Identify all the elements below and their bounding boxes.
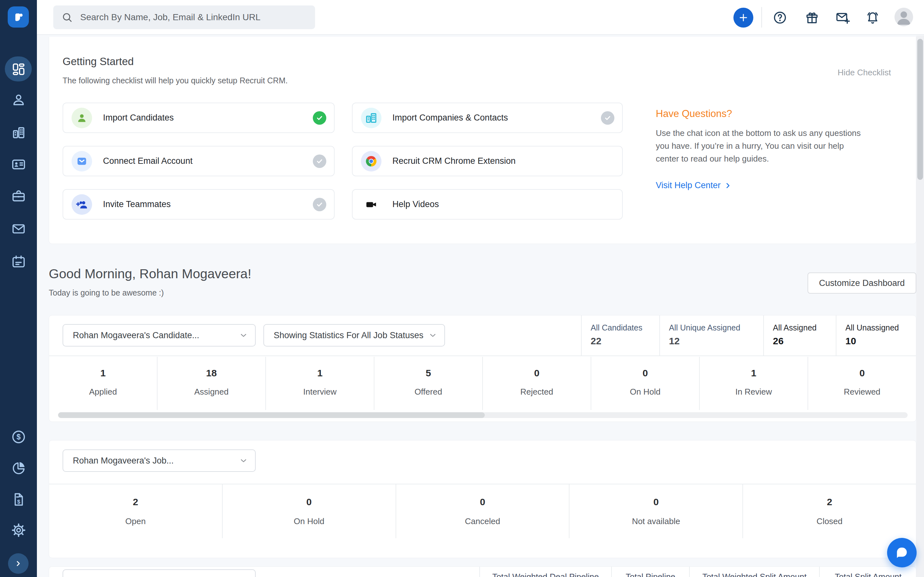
getting-started-card: Getting Started The following checklist … [49,37,916,244]
jobs-briefcase-icon [11,189,26,203]
chrome-extension-icon-badge [361,151,381,171]
status-label: Offered [375,387,482,397]
visit-help-center-link[interactable]: Visit Help Center [656,181,732,190]
chat-launcher-button[interactable] [887,538,917,567]
checklist-item-help-videos[interactable]: Help Videos [352,189,623,219]
search-input[interactable] [79,12,307,23]
status-value: 5 [375,367,482,379]
sidebar-item-dashboard[interactable] [0,62,37,77]
vertical-scrollbar-thumb[interactable] [917,39,923,180]
candidate-statistics-card: Rohan Mogaveera's Candidate... Showing S… [49,315,916,422]
summary-all-candidates[interactable]: All Candidates 22 [581,316,659,356]
status-label: Rejected [483,387,591,397]
job-owner-dropdown[interactable]: Rohan Mogaveera's Job... [63,450,256,472]
candidate-status-row: 1 Applied 18 Assigned 1 Interview 5 Offe… [49,357,916,410]
mail-plus-icon [836,11,850,25]
chat-bubble-icon [895,545,909,560]
topbar [37,0,924,35]
rewards-button[interactable] [805,11,819,25]
status-value: 0 [483,367,591,379]
summary-label: All Candidates [591,323,659,332]
sidebar-item-reports[interactable] [0,461,37,475]
deal-header-total-pipeline: Total Pipeline [611,567,689,577]
companies-buildings-icon [11,125,26,140]
horizontal-scrollbar-track [58,412,908,418]
main-content: Getting Started The following checklist … [37,35,916,577]
invoice-document-icon: $ [11,492,26,507]
job-status-filter-dropdown[interactable]: Showing Statistics For All Job Statuses [263,324,445,347]
chevron-down-icon [239,331,248,340]
topbar-divider [761,7,762,27]
job-cell-closed: 2 Closed [742,484,916,538]
check-pending-icon [601,111,614,125]
checklist-item-label: Invite Teammates [103,199,171,210]
global-search[interactable] [53,5,315,29]
checklist-item-import-candidates[interactable]: Import Candidates [63,103,334,133]
job-label: Open [49,516,222,526]
import-companies-icon-badge [361,108,381,128]
checklist-item-import-companies[interactable]: Import Companies & Contacts [352,103,623,133]
sidebar-item-deals[interactable]: $ [0,430,37,444]
horizontal-scrollbar-thumb[interactable] [58,412,485,418]
checklist-column-right: Import Companies & Contacts [352,103,623,219]
notifications-button[interactable] [866,11,880,25]
getting-started-subtitle: The following checklist will help you qu… [63,76,288,85]
status-cell-offered: 5 Offered [374,357,482,410]
deal-header-label: Total Weighted Split Amount [702,572,806,577]
deals-dollar-icon: $ [11,430,26,444]
sidebar-item-companies[interactable] [0,125,37,140]
hide-checklist-link[interactable]: Hide Checklist [838,68,891,77]
summary-value: 26 [773,335,836,347]
bell-icon [866,11,880,25]
status-cell-assigned: 18 Assigned [157,357,265,410]
status-label: Reviewed [808,387,916,397]
status-value: 18 [158,367,265,379]
add-new-button[interactable] [733,8,753,27]
greeting-subtitle: Today is going to be awesome :) [49,288,164,298]
checklist-item-chrome-extension[interactable]: Recruit CRM Chrome Extension [352,146,623,176]
compose-email-button[interactable] [836,11,850,25]
dropdown-value: Showing Statistics For All Job Statuses [274,330,423,340]
summary-value: 10 [845,335,916,347]
summary-all-unique-assigned[interactable]: All Unique Assigned 12 [659,316,763,356]
checklist-item-label: Import Candidates [103,113,174,123]
status-label: In Review [700,387,808,397]
sidebar-item-calendar[interactable] [0,254,37,269]
add-teammates-icon [75,198,88,211]
status-cell-reviewed: 0 Reviewed [808,357,916,410]
connect-email-icon-badge [71,151,92,171]
checklist-item-connect-email[interactable]: Connect Email Account [63,146,334,176]
job-statistics-card: Rohan Mogaveera's Job... 2 Open 0 On Hol… [49,440,916,558]
candidate-owner-dropdown[interactable]: Rohan Mogaveera's Candidate... [63,324,256,347]
profile-avatar[interactable] [895,8,913,26]
candidate-person-icon [11,93,26,107]
help-button[interactable] [773,11,787,25]
reports-pie-icon [11,461,26,475]
checklist-item-label: Recruit CRM Chrome Extension [393,156,515,166]
sidebar-item-jobs[interactable] [0,189,37,203]
deal-header-weighted-split: Total Weighted Split Amount [689,567,819,577]
job-cell-not-available: 0 Not available [569,484,742,538]
summary-value: 12 [669,335,763,347]
customize-dashboard-button[interactable]: Customize Dashboard [808,272,916,293]
status-cell-in-review: 1 In Review [699,357,808,410]
sidebar-item-contacts[interactable] [0,157,37,172]
vertical-scrollbar-track [916,35,924,577]
summary-all-unassigned[interactable]: All Unassigned 10 [836,316,916,356]
deal-header-total-split: Total Split Amount [819,567,916,577]
sidebar-item-candidates[interactable] [0,93,37,107]
sidebar-item-settings[interactable] [0,523,37,538]
sidebar-expand-button[interactable] [8,553,29,574]
checklist-item-invite-teammates[interactable]: Invite Teammates [63,189,334,219]
sidebar-item-email[interactable] [0,221,37,236]
status-value: 0 [591,367,699,379]
sidebar-item-invoices[interactable]: $ [0,492,37,507]
svg-text:$: $ [17,498,20,505]
checklist-column-left: Import Candidates Connect Email Account [63,103,334,219]
job-value: 2 [743,496,916,508]
job-value: 0 [569,496,742,508]
job-label: Canceled [396,516,569,526]
summary-all-assigned[interactable]: All Assigned 26 [763,316,836,356]
deal-owner-dropdown[interactable]: Rohan Mogaveera's Deal Statistics [63,569,256,577]
person-icon [75,111,88,124]
